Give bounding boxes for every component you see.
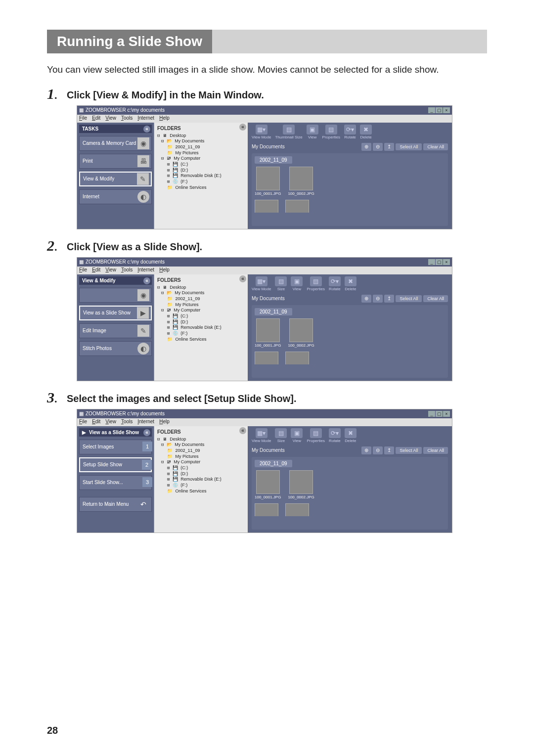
tool-properties[interactable]: ▤Properties (322, 125, 340, 139)
menu-internet[interactable]: Internet (137, 115, 154, 122)
menu-help[interactable]: Help (159, 115, 170, 122)
menu-file[interactable]: File (79, 115, 87, 122)
maximize-icon[interactable]: ▢ (436, 259, 443, 265)
step-1: 1. Click [View & Modify] in the Main Win… (47, 87, 487, 101)
task-setup-slideshow[interactable]: Setup Slide Show 2 (79, 457, 152, 472)
close-icon[interactable]: × (443, 259, 450, 265)
tool-view[interactable]: ▣View (307, 125, 318, 139)
screenshot-3: ▦ZOOMBROWSER c:\my documents _▢× FileEdi… (77, 409, 452, 533)
app-icon: ▦ (79, 411, 84, 416)
path-label: My Documents (252, 144, 285, 149)
task-view-modify[interactable]: View & Modify ✎ (79, 172, 152, 186)
close-icon[interactable]: × (443, 107, 450, 113)
folder-tab[interactable]: 2002_11_09 (255, 156, 292, 164)
page-number: 28 (47, 725, 58, 736)
up-icon[interactable]: ↥ (384, 143, 394, 151)
thumbnails-area: 2002_11_09 100_0001.JPG 100_0002.JPG (252, 153, 448, 226)
folders-panel: FOLDERS « ⊟ 🖥 Desktop ⊟ 📂 My Documents 📁… (154, 123, 248, 229)
section-heading: Running a Slide Show (47, 30, 212, 53)
content-panel: ▦▾View Mode ▤Thumbnail Size ▣View ▤Prope… (248, 123, 452, 229)
task-blank[interactable]: ◉ (79, 288, 152, 303)
folders-header: FOLDERS (157, 126, 181, 131)
task-return-main[interactable]: Return to Main Menu ↶ (79, 497, 152, 512)
app-icon: ▦ (79, 259, 84, 265)
slideshow-icon: ▶ (82, 430, 86, 435)
screenshot-1: ▦ ZOOMBROWSER c:\my documents _ ▢ × File… (77, 105, 452, 229)
step-num-3: 3 (47, 389, 54, 405)
task-select-images[interactable]: Select Images 1 (79, 440, 152, 454)
task-internet[interactable]: Internet ◐ (79, 189, 152, 204)
tasks-panel: TASKS « Camera & Memory Card ◉ Print 🖶 V… (77, 123, 154, 229)
step-3: 3. Select the images and select [Setup S… (47, 390, 487, 405)
task-slideshow[interactable]: View as a Slide Show ▶ (79, 306, 152, 320)
title-bar: ▦ ZOOMBROWSER c:\my documents _ ▢ × (77, 106, 452, 115)
intro-text: You can view selected still images in a … (47, 63, 487, 77)
step-3-text: Select the images and select [Setup Slid… (67, 390, 297, 404)
folder-tree[interactable]: ⊟ 🖥 Desktop ⊟ 📂 My Documents 📁 2002_11_0… (156, 133, 246, 191)
app-icon: ▦ (79, 107, 84, 113)
menu-edit[interactable]: Edit (92, 115, 100, 122)
camera-icon: ◉ (137, 289, 149, 301)
collapse-icon[interactable]: « (143, 277, 150, 284)
tasks-header: TASKS « (79, 125, 152, 133)
zoom-out-icon[interactable]: ⊖ (373, 143, 383, 151)
step-2-text: Click [View as a Slide Show]. (67, 238, 202, 253)
slideshow-icon: ▶ (137, 307, 149, 319)
edit-icon: ✎ (137, 325, 149, 337)
section-heading-bar: Running a Slide Show (47, 30, 487, 53)
stitch-icon: ◐ (137, 343, 149, 355)
tool-rotate[interactable]: ⟳▾Rotate (344, 125, 356, 139)
tool-viewmode[interactable]: ▦▾View Mode (252, 125, 271, 139)
collapse-icon[interactable]: « (239, 124, 246, 131)
menu-bar[interactable]: File Edit View Tools Internet Help (77, 115, 452, 123)
return-icon: ↶ (137, 498, 149, 510)
minimize-icon[interactable]: _ (428, 259, 435, 265)
step-1-text: Click [View & Modify] in the Main Window… (67, 87, 264, 101)
task-start-slideshow[interactable]: Start Slide Show... 3 (79, 475, 152, 490)
thumb-4[interactable] (285, 200, 309, 213)
edit-icon: ✎ (137, 173, 149, 185)
task-edit-image[interactable]: Edit Image ✎ (79, 323, 152, 338)
task-print[interactable]: Print 🖶 (79, 154, 152, 169)
select-all-button[interactable]: Select All (396, 143, 422, 150)
camera-icon: ◉ (137, 137, 149, 149)
zoom-in-icon[interactable]: ⊕ (361, 143, 371, 151)
menu-view[interactable]: View (105, 115, 116, 122)
task-camera[interactable]: Camera & Memory Card ◉ (79, 136, 152, 151)
tool-thumbsize[interactable]: ▤Thumbnail Size (275, 125, 302, 139)
view-toolbar: ▦▾View Mode ▤Thumbnail Size ▣View ▤Prope… (248, 123, 452, 141)
maximize-icon[interactable]: ▢ (436, 107, 443, 113)
thumb-1[interactable]: 100_0001.JPG (255, 167, 281, 196)
thumb-3[interactable] (255, 200, 278, 213)
print-icon: 🖶 (137, 155, 149, 167)
task-stitch[interactable]: Stitch Photos ◐ (79, 341, 152, 356)
minimize-icon[interactable]: _ (428, 107, 435, 113)
menu-tools[interactable]: Tools (121, 115, 133, 122)
clear-all-button[interactable]: Clear All (423, 143, 448, 150)
tool-delete[interactable]: ✖Delete (360, 125, 372, 139)
step-num-1: 1 (47, 86, 54, 102)
screenshot-2: ▦ZOOMBROWSER c:\my documents _▢× FileEdi… (77, 257, 452, 381)
step-2: 2. Click [View as a Slide Show]. (47, 238, 487, 253)
thumb-2[interactable]: 100_0002.JPG (288, 167, 314, 196)
globe-icon: ◐ (137, 191, 149, 203)
window-title: ZOOMBROWSER c:\my documents (86, 107, 165, 113)
step-num-2: 2 (47, 237, 54, 254)
collapse-icon[interactable]: « (143, 126, 150, 133)
